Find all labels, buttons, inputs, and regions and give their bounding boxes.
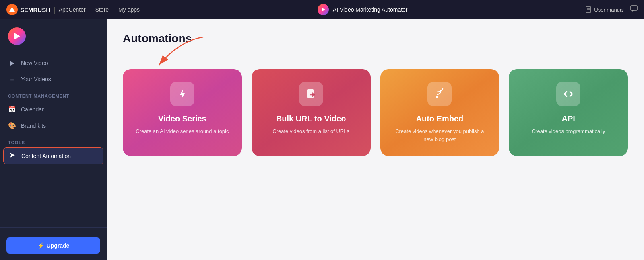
upgrade-button[interactable]: ⚡ Upgrade [6, 237, 100, 254]
chat-icon[interactable] [630, 5, 638, 14]
sidebar-item-new-video[interactable]: ▶ New Video [0, 55, 107, 71]
lightning-icon: ⚡ [37, 242, 44, 249]
play-icon: ▶ [8, 59, 16, 67]
automation-icon [8, 152, 17, 160]
sidebar-logo [0, 19, 107, 51]
sidebar-item-your-videos[interactable]: ≡ Your Videos [0, 71, 107, 87]
brand-kits-label: Brand kits [21, 123, 46, 129]
cards-wrapper: Video Series Create an AI video series a… [123, 69, 628, 156]
card-auto-embed[interactable]: Auto Embed Create videos whenever you pu… [380, 69, 500, 156]
automation-cards-grid: Video Series Create an AI video series a… [123, 69, 628, 156]
svg-marker-2 [322, 8, 325, 12]
list-icon: ≡ [8, 76, 16, 83]
app-title-area: AI Video Marketing Automator [149, 4, 576, 15]
rss-icon [434, 88, 445, 100]
book-icon [585, 6, 592, 13]
sidebar-item-calendar[interactable]: 📅 Calendar [0, 101, 107, 117]
document-arrow-icon [305, 88, 317, 100]
appcenter-label: AppCenter [59, 6, 86, 13]
sidebar-item-brand-kits[interactable]: 🎨 Brand kits [0, 117, 107, 134]
card-video-series[interactable]: Video Series Create an AI video series a… [123, 69, 242, 156]
app-title-label: AI Video Marketing Automator [333, 6, 408, 13]
tools-section: TOOLS [0, 134, 107, 147]
message-icon [630, 5, 638, 12]
auto-embed-icon-wrap [427, 82, 452, 106]
top-nav-right: User manual [585, 5, 638, 14]
nav-divider: | [54, 6, 56, 14]
api-desc: Create videos programmatically [532, 127, 605, 135]
bulk-url-title: Bulk URL to Video [276, 114, 346, 123]
send-icon [9, 152, 16, 158]
svg-marker-11 [180, 89, 185, 99]
store-link[interactable]: Store [95, 6, 109, 13]
card-bulk-url[interactable]: Bulk URL to Video Create videos from a l… [252, 69, 371, 156]
svg-marker-8 [14, 33, 20, 39]
content-automation-label: Content Automation [21, 153, 71, 159]
curved-arrow [147, 33, 211, 73]
sidebar-nav: ▶ New Video ≡ Your Videos CONTENT MANAGE… [0, 51, 107, 224]
play-triangle-icon [320, 7, 326, 12]
top-navigation: SEMRUSH | AppCenter Store My apps AI Vid… [0, 0, 644, 19]
logo-play-icon [12, 31, 22, 41]
myapps-link[interactable]: My apps [118, 6, 140, 13]
video-series-desc: Create an AI video series around a topic [136, 127, 229, 135]
sidebar-upgrade-area: ⚡ Upgrade [0, 231, 107, 260]
api-icon-wrap [556, 82, 580, 106]
semrush-label: SEMRUSH [20, 6, 50, 13]
auto-embed-desc: Create videos whenever you publish a new… [390, 127, 490, 143]
card-api[interactable]: API Create videos programmatically [509, 69, 628, 156]
sidebar-divider [0, 227, 107, 228]
api-title: API [561, 114, 575, 123]
main-layout: ▶ New Video ≡ Your Videos CONTENT MANAGE… [0, 19, 644, 260]
auto-embed-title: Auto Embed [416, 114, 463, 123]
sidebar: ▶ New Video ≡ Your Videos CONTENT MANAGE… [0, 19, 107, 260]
svg-marker-9 [10, 153, 15, 158]
content-area: Automations [107, 19, 644, 260]
upgrade-label: Upgrade [47, 242, 70, 249]
code-icon [563, 88, 574, 100]
sidebar-logo-icon [8, 27, 26, 45]
user-manual-label: User manual [594, 7, 624, 13]
bulk-url-desc: Create videos from a list of URLs [272, 127, 349, 135]
semrush-brand[interactable]: SEMRUSH | AppCenter [6, 4, 86, 15]
svg-rect-6 [631, 6, 637, 10]
lightning-bolt-icon [177, 88, 188, 100]
palette-icon: 🎨 [8, 122, 16, 129]
svg-point-15 [436, 96, 438, 98]
calendar-label: Calendar [21, 106, 44, 113]
new-video-label: New Video [21, 60, 48, 66]
semrush-logo-icon [6, 4, 18, 15]
sidebar-item-content-automation[interactable]: Content Automation [3, 147, 103, 164]
app-logo-icon [318, 4, 329, 15]
video-series-title: Video Series [158, 114, 206, 123]
user-manual-button[interactable]: User manual [585, 6, 624, 13]
calendar-icon: 📅 [8, 105, 16, 113]
video-series-icon-wrap [170, 82, 194, 106]
bulk-url-icon-wrap [299, 82, 323, 106]
your-videos-label: Your Videos [21, 76, 51, 82]
content-management-section: CONTENT MANAGEMENT [0, 87, 107, 101]
